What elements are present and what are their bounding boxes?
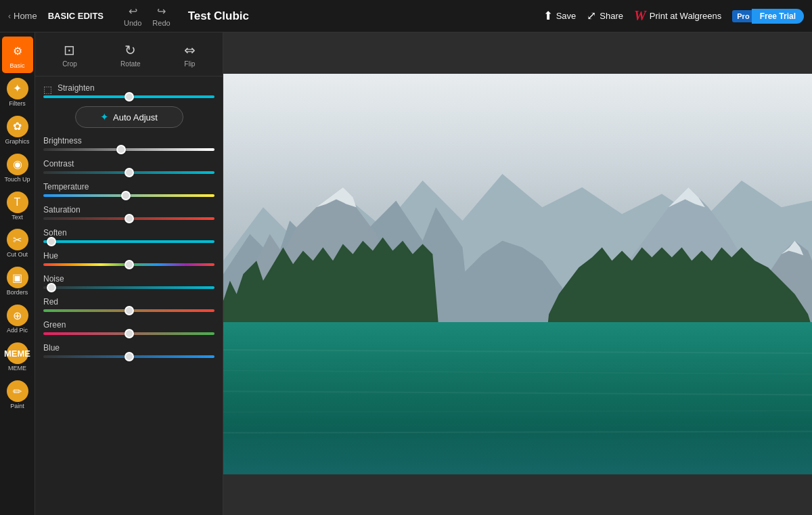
redo-icon: ↪	[157, 5, 166, 18]
saturation-slider-row: Saturation	[43, 205, 215, 220]
sidebar-item-filters[interactable]: ✦ Filters	[2, 74, 33, 111]
add-pic-icon: ⊕	[7, 305, 28, 326]
left-sidebar: ⚙ Basic ✦ Filters ✿ Graphics ◉ Touch Up …	[0, 32, 35, 515]
save-label: Save	[556, 11, 577, 21]
auto-adjust-label: Auto Adjust	[113, 112, 158, 122]
sliders-panel: ⬚ Straighten ✦ Auto Adjust Brightness Co…	[35, 76, 223, 365]
sidebar-item-meme[interactable]: MEME MEME	[2, 339, 33, 376]
straighten-label: Straighten	[58, 83, 95, 93]
redo-button[interactable]: ↪ Redo	[148, 3, 174, 28]
brightness-label: Brightness	[43, 136, 215, 145]
pro-free-trial-badge[interactable]: Pro Free Trial	[732, 9, 804, 24]
auto-adjust-button[interactable]: ✦ Auto Adjust	[75, 106, 183, 128]
meme-icon: MEME	[7, 342, 28, 364]
blue-slider-row: Blue	[43, 343, 215, 358]
top-bar-right: ⬆ Save ⤢ Share W Print at Walgreens Pro …	[543, 8, 804, 24]
text-label: Text	[12, 215, 23, 221]
borders-label: Borders	[7, 290, 28, 296]
basic-label: Basic	[9, 63, 24, 70]
tab-flip[interactable]: ⇔ Flip	[177, 39, 202, 70]
text-icon: T	[7, 192, 28, 213]
sidebar-item-touch-up[interactable]: ◉ Touch Up	[2, 150, 33, 187]
svg-rect-12	[223, 322, 812, 474]
free-trial-badge: Free Trial	[752, 9, 804, 24]
green-label: Green	[43, 320, 215, 330]
document-title: Test Clubic	[175, 9, 543, 23]
rotate-icon: ↻	[125, 42, 136, 58]
sidebar-item-cut-out[interactable]: ✂ Cut Out	[2, 225, 33, 262]
print-walgreens-button[interactable]: W Print at Walgreens	[634, 8, 721, 24]
top-bar-left: ‹ Home BASIC EDITS ↩ Undo ↪ Redo	[8, 3, 175, 28]
undo-button[interactable]: ↩ Undo	[120, 3, 145, 28]
chevron-left-icon: ‹	[8, 12, 11, 21]
photo-canvas	[223, 74, 812, 474]
share-button[interactable]: ⤢ Share	[587, 9, 623, 23]
sparkle-icon: ✦	[100, 111, 109, 123]
straighten-slider-row: ⬚ Straighten	[43, 83, 215, 98]
flip-icon: ⇔	[184, 42, 196, 58]
sidebar-item-text[interactable]: T Text	[2, 188, 33, 225]
tab-rotate[interactable]: ↻ Rotate	[114, 39, 147, 70]
green-slider[interactable]	[43, 332, 215, 335]
red-slider-row: Red	[43, 297, 215, 312]
share-label: Share	[600, 11, 623, 21]
graphics-icon: ✿	[7, 116, 28, 137]
soften-label: Soften	[43, 228, 215, 238]
sidebar-item-basic[interactable]: ⚙ Basic	[2, 37, 33, 73]
crop-icon: ⊡	[64, 42, 75, 58]
add-pic-label: Add Pic	[7, 328, 28, 334]
auto-adjust-container: ✦ Auto Adjust	[43, 106, 215, 128]
save-button[interactable]: ⬆ Save	[543, 9, 577, 23]
brightness-slider[interactable]	[43, 148, 215, 151]
sidebar-item-paint[interactable]: ✏ Paint	[2, 377, 33, 413]
red-label: Red	[43, 297, 215, 307]
redo-label: Redo	[152, 19, 170, 27]
top-bar: ‹ Home BASIC EDITS ↩ Undo ↪ Redo Test Cl…	[0, 0, 812, 32]
share-icon: ⤢	[587, 9, 596, 23]
main-area: ⚙ Basic ✦ Filters ✿ Graphics ◉ Touch Up …	[0, 32, 812, 515]
hue-slider-row: Hue	[43, 251, 215, 266]
temperature-slider-row: Temperature	[43, 182, 215, 197]
canvas-area	[223, 32, 812, 515]
green-slider-row: Green	[43, 320, 215, 335]
graphics-label: Graphics	[5, 139, 29, 145]
tab-crop[interactable]: ⊡ Crop	[55, 39, 84, 70]
noise-label: Noise	[43, 274, 215, 284]
undo-icon: ↩	[129, 5, 137, 18]
print-label: Print at Walgreens	[650, 11, 721, 21]
soften-slider-row: Soften	[43, 228, 215, 243]
contrast-slider-row: Contrast	[43, 159, 215, 174]
temperature-slider[interactable]	[43, 194, 215, 197]
soften-slider[interactable]	[43, 240, 215, 243]
home-link[interactable]: ‹ Home	[8, 11, 37, 21]
undo-label: Undo	[124, 19, 141, 27]
saturation-slider[interactable]	[43, 217, 215, 220]
noise-slider[interactable]	[43, 286, 215, 289]
contrast-slider[interactable]	[43, 171, 215, 174]
contrast-label: Contrast	[43, 159, 215, 169]
paint-icon: ✏	[7, 380, 28, 402]
paint-label: Paint	[10, 403, 24, 410]
straighten-slider[interactable]	[43, 95, 215, 98]
touch-up-label: Touch Up	[4, 177, 30, 183]
hue-label: Hue	[43, 251, 215, 261]
pro-badge: Pro	[732, 10, 754, 22]
blue-slider[interactable]	[43, 355, 215, 358]
undo-redo-group: ↩ Undo ↪ Redo	[120, 3, 175, 28]
saturation-label: Saturation	[43, 205, 215, 215]
hue-slider[interactable]	[43, 263, 215, 266]
filters-icon: ✦	[7, 78, 28, 99]
walgreens-logo: W	[634, 8, 646, 24]
brightness-slider-row: Brightness	[43, 136, 215, 151]
sidebar-item-add-pic[interactable]: ⊕ Add Pic	[2, 301, 33, 338]
sidebar-item-borders[interactable]: ▣ Borders	[2, 263, 33, 300]
noise-slider-row: Noise	[43, 274, 215, 289]
sidebar-item-graphics[interactable]: ✿ Graphics	[2, 112, 33, 149]
save-icon: ⬆	[543, 9, 553, 23]
touch-up-icon: ◉	[7, 154, 28, 175]
borders-icon: ▣	[7, 267, 28, 288]
crop-label: Crop	[62, 60, 77, 68]
water-layer	[223, 322, 812, 474]
cut-out-label: Cut Out	[7, 252, 28, 259]
red-slider[interactable]	[43, 309, 215, 312]
